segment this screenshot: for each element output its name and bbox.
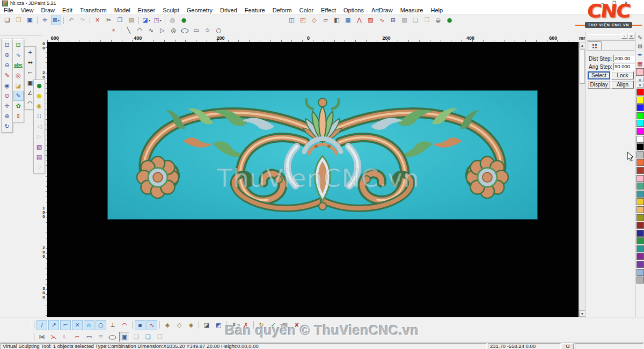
menu-drived[interactable]: Drived (216, 6, 241, 14)
color-swatch-6[interactable] (636, 136, 644, 143)
measure-width-icon[interactable]: ↔ (25, 57, 35, 68)
cross-intersect-icon[interactable]: ✕ (72, 320, 83, 330)
menu-sculpt[interactable]: Sculpt (159, 6, 183, 14)
circle-center-tool-icon[interactable]: ◎ (169, 26, 179, 35)
ellipse-tool-icon[interactable]: ○ (180, 26, 190, 35)
circle-snap-icon[interactable]: ○ (96, 320, 106, 330)
pick-light-icon[interactable]: ◉ (34, 101, 45, 111)
undo-icon[interactable]: ↶ (66, 16, 76, 25)
link-gray-2-icon[interactable]: ❒ (155, 332, 165, 342)
color-swatch-21[interactable] (636, 253, 644, 260)
mirror-object-icon[interactable]: ◫ (287, 16, 297, 25)
copy-icon[interactable]: ❐ (115, 16, 125, 25)
color-swatch-5[interactable] (636, 128, 644, 135)
lock-button[interactable]: Lock (611, 71, 634, 79)
palette-pencil-icon[interactable]: ✎ (635, 33, 644, 42)
panel-restore-icon[interactable]: ▫ (621, 33, 627, 39)
parallelogram-icon[interactable]: ▱ (320, 16, 331, 25)
align-button[interactable]: Align (611, 81, 634, 89)
depth-gauge-icon[interactable]: ⇕ (13, 111, 24, 121)
outline-shape-icon[interactable]: ◇ (309, 16, 319, 25)
stamp-low-icon[interactable]: ◪ (201, 320, 212, 330)
scrollbar-thumb[interactable] (580, 49, 585, 84)
flat-ellipse-icon[interactable]: ○ (107, 332, 118, 342)
node-branch-icon[interactable]: ∿ (147, 320, 157, 330)
select-object-icon[interactable]: ⊡ (2, 40, 12, 50)
palette-eyedropper-icon[interactable]: ✒ (635, 50, 644, 59)
color-swatch-9[interactable] (636, 159, 644, 166)
marquee-select-icon[interactable]: ⊡ (13, 40, 24, 50)
eraser-wedge-icon[interactable]: ◪ (13, 81, 24, 91)
palette-scroll-down-icon[interactable]: ▼ (636, 83, 643, 88)
ang-step-input[interactable]: 90.000 (613, 63, 635, 70)
menu-color[interactable]: Color (296, 6, 317, 14)
zoom-in-icon[interactable]: ⊕ (2, 50, 12, 60)
corner-bend-icon[interactable]: ⌐ (60, 320, 71, 330)
dist-step-input[interactable]: 200.00 (613, 55, 635, 62)
path-corner-icon[interactable]: ⌐ (25, 68, 35, 78)
view-3d-box-icon[interactable]: ◳▾ (152, 16, 163, 25)
zoom-region-icon[interactable]: ⊙ (2, 91, 12, 101)
toolbar-grip[interactable] (32, 333, 34, 340)
weld-mesh-icon[interactable]: ▩ (399, 16, 409, 25)
menu-file[interactable]: File (0, 6, 17, 14)
color-swatch-3[interactable] (636, 112, 644, 119)
color-swatch-18[interactable] (636, 230, 644, 237)
menu-artdraw[interactable]: ArtDraw (368, 6, 397, 14)
star-tool-icon[interactable]: ☆ (202, 26, 213, 35)
menu-view[interactable]: View (17, 6, 38, 14)
color-swatch-15[interactable] (636, 206, 644, 213)
line-tool-icon[interactable]: ╲ (123, 26, 134, 35)
color-swatch-19[interactable] (636, 237, 644, 244)
mesh-grid-icon[interactable]: ▦ (343, 16, 353, 25)
display-button[interactable]: Display (588, 81, 610, 89)
sketch-edit-icon[interactable]: ✎ (2, 70, 12, 81)
cut-icon[interactable]: ✂ (104, 16, 114, 25)
prev-step-icon[interactable]: ◁ (34, 121, 45, 132)
menu-help[interactable]: Help (427, 6, 447, 14)
menu-effect[interactable]: Effect (317, 6, 340, 14)
texture-bands-icon[interactable]: ▤ (34, 152, 45, 162)
artboard[interactable]: ThuVienCNC.vn (107, 90, 538, 220)
mesh-collapse-icon[interactable]: ♢ (34, 162, 45, 172)
stamp-high-icon[interactable]: ◩ (213, 320, 224, 330)
shaded-sphere-icon[interactable]: ● (444, 16, 455, 25)
sweep-surface-icon[interactable]: ▨ (365, 16, 376, 25)
corner-sharp-icon[interactable]: ∟ (60, 332, 71, 342)
menu-geometry[interactable]: Geometry (183, 6, 216, 14)
color-swatch-10[interactable] (636, 167, 644, 174)
menu-measure[interactable]: Measure (397, 6, 427, 14)
color-swatch-23[interactable] (636, 269, 644, 276)
curve-tool-icon[interactable]: ∿ (146, 26, 156, 35)
group-copy-icon[interactable]: ❑ (411, 16, 421, 25)
menu-options[interactable]: Options (340, 6, 368, 14)
add-point-icon[interactable]: + (25, 47, 35, 57)
menu-deform[interactable]: Deform (269, 6, 296, 14)
relief-blob-icon[interactable]: ✿ (13, 101, 24, 111)
menu-eraser[interactable]: Eraser (134, 6, 159, 14)
rectangle-tool-icon[interactable]: ▭ (191, 26, 201, 35)
panel-close-icon[interactable]: ✕ (628, 33, 634, 39)
arc-swing-icon[interactable]: ◠ (119, 320, 130, 330)
color-swatch-2[interactable] (636, 104, 644, 111)
frame-square-icon[interactable]: ▣ (119, 332, 130, 342)
combine-grid-icon[interactable]: ⊞ (388, 16, 398, 25)
current-color-swatch[interactable] (636, 68, 644, 76)
stretch-box-icon[interactable]: ◰ (298, 16, 308, 25)
curve-hump-icon[interactable]: ∩ (84, 320, 94, 330)
menu-transform[interactable]: Transform (76, 6, 111, 14)
diamond-pen-2-icon[interactable]: ◇ (174, 320, 185, 330)
menu-model[interactable]: Model (111, 6, 134, 14)
swap-points-icon[interactable]: ∷ (34, 111, 45, 121)
arc-tool-icon[interactable]: ◠ (135, 26, 145, 35)
ungroup-icon[interactable]: ❒ (422, 16, 432, 25)
color-swatch-1[interactable] (636, 97, 644, 104)
open-folder-icon[interactable]: ❐ (13, 16, 24, 25)
color-swatch-4[interactable] (636, 120, 644, 127)
tab-sculpt-options[interactable] (588, 41, 602, 50)
color-swatch-14[interactable] (636, 198, 644, 205)
menu-draw[interactable]: Draw (37, 6, 58, 14)
node-curve-icon[interactable]: ∿ (13, 50, 24, 60)
toolbar-grip[interactable] (32, 321, 34, 329)
sculpt-pen-icon[interactable]: ✎ (13, 91, 24, 101)
